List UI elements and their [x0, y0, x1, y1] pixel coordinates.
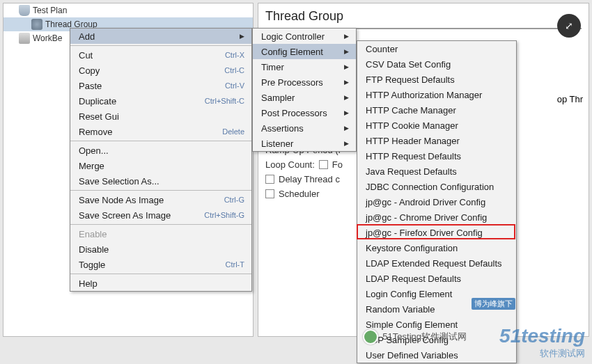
menu-merge[interactable]: Merge [70, 158, 251, 173]
watermark: 51testing 软件测试网 [499, 325, 585, 360]
loop-count-label: Loop Count: [265, 159, 315, 170]
watermark-sub: 软件测试网 [499, 347, 585, 360]
scheduler-label: Scheduler [279, 189, 320, 199]
expand-fab-button[interactable]: ⤢ [557, 14, 581, 38]
submenu-config-http-request-defaults[interactable]: HTTP Request Defaults [357, 148, 516, 164]
menu-item-label: CSV Data Set Config [366, 59, 451, 70]
menu-cut[interactable]: CutCtrl-X [70, 47, 251, 63]
submenu-add-timer[interactable]: Timer [253, 59, 356, 74]
submenu-config-http-authorization-manager[interactable]: HTTP Authorization Manager [357, 87, 516, 102]
menu-open-[interactable]: Open... [70, 143, 251, 158]
context-menu-config-element: CounterCSV Data Set ConfigFTP Request De… [357, 40, 517, 363]
menu-item-label: Save Selection As... [79, 176, 159, 187]
submenu-config-jp-gc-chrome-driver-config[interactable]: jp@gc - Chrome Driver Config [357, 209, 516, 225]
scheduler-checkbox[interactable] [265, 189, 274, 198]
menu-item-label: Disable [79, 244, 109, 255]
submenu-config-jp-gc-android-driver-config[interactable]: jp@gc - Android Driver Config [357, 194, 516, 209]
menu-item-label: Add [79, 31, 95, 42]
watermark-logo: 51testing [499, 325, 585, 347]
flask-icon [19, 5, 30, 16]
menu-disable[interactable]: Disable [70, 242, 251, 257]
menu-copy[interactable]: CopyCtrl-C [70, 63, 251, 78]
submenu-add-logic-controller[interactable]: Logic Controller [253, 29, 356, 44]
shortcut-label: Ctrl+Shift-G [204, 211, 244, 219]
shortcut-label: Ctrl-T [226, 260, 245, 269]
shortcut-label: Ctrl-G [224, 196, 244, 204]
submenu-add-pre-processors[interactable]: Pre Processors [253, 74, 356, 90]
menu-item-label: Merge [79, 161, 104, 171]
menu-item-label: Cut [79, 50, 93, 61]
submenu-config-http-header-manager[interactable]: HTTP Header Manager [357, 133, 516, 148]
submenu-config-csv-data-set-config[interactable]: CSV Data Set Config [357, 56, 516, 72]
spool-icon [31, 19, 42, 30]
menu-item-label: JDBC Connection Configuration [366, 182, 494, 192]
menu-remove[interactable]: RemoveDelete [70, 124, 251, 139]
menu-item-label: Logic Controller [261, 31, 325, 42]
menu-item-label: Sampler [261, 93, 295, 103]
shortcut-label: Ctrl-V [225, 81, 244, 90]
menu-item-label: Counter [366, 44, 398, 54]
menu-item-label: Duplicate [79, 96, 116, 106]
submenu-config-counter[interactable]: Counter [357, 41, 516, 56]
menu-item-label: Save Screen As Image [79, 210, 171, 221]
context-menu-add: Logic ControllerConfig ElementTimerPre P… [252, 28, 357, 152]
submenu-add-post-processors[interactable]: Post Processors [253, 105, 356, 120]
submenu-config-jp-gc-firefox-driver-config[interactable]: jp@gc - Firefox Driver Config [357, 225, 516, 240]
menu-item-label: Enable [79, 229, 107, 239]
forever-label: Fo [332, 159, 343, 170]
menu-help[interactable]: Help [70, 276, 251, 291]
menu-save-selection-as-[interactable]: Save Selection As... [70, 173, 251, 189]
shortcut-label: Ctrl-X [225, 51, 244, 59]
menu-save-screen-as-image[interactable]: Save Screen As ImageCtrl+Shift-G [70, 207, 251, 223]
submenu-config-ftp-request-defaults[interactable]: FTP Request Defaults [357, 72, 516, 87]
tree-item-label: Test Plan [33, 6, 67, 15]
submenu-config-user-defined-variables[interactable]: User Defined Variables [357, 347, 516, 363]
menu-item-label: Reset Gui [79, 111, 119, 122]
menu-item-label: Config Element [261, 47, 323, 57]
menu-item-label: Post Processors [261, 108, 327, 118]
submenu-config-java-request-defaults[interactable]: Java Request Defaults [357, 164, 516, 179]
menu-enable: Enable [70, 226, 251, 242]
menu-item-label: Pre Processors [261, 77, 323, 88]
menu-item-label: HTTP Header Manager [366, 136, 460, 146]
wechat-icon [363, 329, 378, 345]
forever-checkbox[interactable] [319, 160, 328, 169]
delay-checkbox[interactable] [265, 175, 274, 184]
menu-item-label: Paste [79, 81, 102, 91]
submenu-config-ldap-request-defaults[interactable]: LDAP Request Defaults [357, 271, 516, 286]
submenu-config-http-cookie-manager[interactable]: HTTP Cookie Manager [357, 118, 516, 133]
context-menu-main: AddCutCtrl-XCopyCtrl-CPasteCtrl-VDuplica… [70, 28, 252, 292]
menu-item-label: Simple Config Element [366, 319, 458, 330]
menu-item-label: Save Node As Image [79, 195, 164, 205]
submenu-config-ldap-extended-request-defaults[interactable]: LDAP Extended Request Defaults [357, 255, 516, 271]
menu-item-label: Remove [79, 127, 112, 137]
menu-duplicate[interactable]: DuplicateCtrl+Shift-C [70, 93, 251, 109]
submenu-add-listener[interactable]: Listener [253, 136, 356, 151]
menu-item-label: Open... [79, 145, 109, 156]
menu-item-label: HTTP Request Defaults [366, 151, 461, 161]
menu-item-label: LDAP Request Defaults [366, 274, 461, 284]
menu-item-label: FTP Request Defaults [366, 74, 455, 85]
menu-item-label: Keystore Configuration [366, 243, 458, 253]
menu-reset-gui[interactable]: Reset Gui [70, 109, 251, 124]
menu-item-label: jp@gc - Android Driver Config [366, 197, 485, 207]
menu-item-label: jp@gc - Chrome Driver Config [366, 212, 487, 223]
menu-add[interactable]: Add [70, 29, 251, 44]
submenu-add-sampler[interactable]: Sampler [253, 90, 356, 105]
submenu-config-http-cache-manager[interactable]: HTTP Cache Manager [357, 102, 516, 118]
menu-item-label: Listener [261, 139, 293, 149]
menu-item-label: User Defined Variables [366, 350, 458, 361]
menu-paste[interactable]: PasteCtrl-V [70, 78, 251, 93]
submenu-config-keystore-configuration[interactable]: Keystore Configuration [357, 240, 516, 255]
shortcut-label: Delete [222, 127, 244, 136]
submenu-add-assertions[interactable]: Assertions [253, 120, 356, 136]
menu-toggle[interactable]: ToggleCtrl-T [70, 257, 251, 272]
submenu-config-jdbc-connection-configuration[interactable]: JDBC Connection Configuration [357, 179, 516, 194]
menu-item-label: Timer [261, 62, 284, 72]
submenu-add-config-element[interactable]: Config Element [253, 44, 356, 59]
menu-save-node-as-image[interactable]: Save Node As ImageCtrl-G [70, 192, 251, 207]
tree-item-test-plan[interactable]: Test Plan [3, 3, 253, 17]
wb-icon [19, 33, 30, 44]
shortcut-label: Ctrl-C [224, 66, 244, 74]
menu-item-label: Copy [79, 65, 100, 76]
